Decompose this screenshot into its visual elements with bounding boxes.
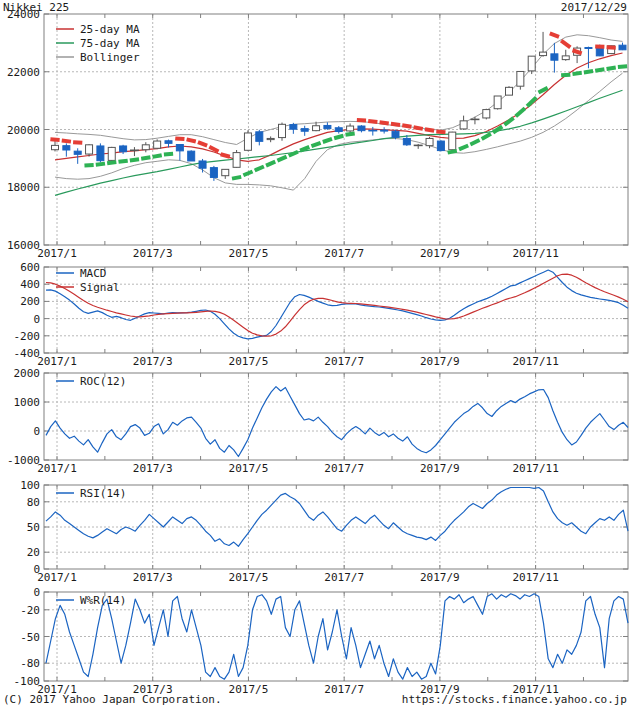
candle-body [619,45,626,50]
macd-panel: 6004002000-200-4002017/12017/32017/52017… [14,261,629,368]
x-tick-label: 2017/9 [420,247,460,260]
legend-label: MACD [80,267,107,280]
sar-dash-up [584,71,593,72]
x-tick-label: 2017/7 [324,355,364,368]
y-tick-label: 16000 [7,239,40,252]
candle-body [585,47,592,48]
sar-dash-up [153,155,162,157]
roc-12--line [46,387,628,457]
x-tick-label: 2017/5 [229,571,269,584]
legend-label: 25-day MA [80,23,140,36]
y-tick-label: 0 [33,313,40,326]
x-tick-label: 2017/1 [37,355,77,368]
sar-dash-down [198,142,207,146]
candle-body [381,130,388,131]
candle-body [154,141,161,148]
candle-body [74,151,81,154]
candle-body [596,48,603,56]
copyright-text: (C) 2017 Yahoo Japan Corporation. [3,694,222,706]
sar-dash-down [175,138,184,139]
candle-body [392,131,399,137]
sar-dash-up [504,118,513,125]
legend-label: RSI(14) [80,487,126,500]
candle-body [494,96,501,109]
legend-label: 75-day MA [80,37,140,50]
candle-body [52,145,59,149]
legend-label: W%R(14) [80,594,126,607]
y-tick-label: 100 [20,479,40,492]
sar-dash-up [459,145,468,149]
y-tick-label: -100 [14,675,41,688]
candle-body [222,169,229,175]
sar-dash-down [391,124,400,125]
sar-dash-up [573,73,582,74]
sar-dash-up [470,140,479,144]
legend-label: Signal [80,281,120,294]
y-tick-label: 200 [20,295,40,308]
chart-svg: 24000220002000018000160002017/12017/3201… [0,0,630,709]
x-tick-label: 2017/11 [512,247,558,260]
candle-body [199,161,206,168]
candle-body [449,132,456,150]
x-tick-label: 2017/9 [420,355,460,368]
candle-body [403,138,410,144]
candle-body [279,124,286,137]
sar-dash-down [187,139,196,141]
y-tick-label: 80 [27,496,40,509]
sar-dash-up [323,139,332,142]
sar-dash-down [561,41,570,48]
y-tick-label: 2000 [14,367,41,380]
roc-panel: 200010000-10002017/12017/32017/52017/720… [7,367,628,475]
sar-dash-up [164,154,173,155]
candle-body [267,138,274,139]
sar-dash-up [482,134,491,139]
price-panel: 24000220002000018000160002017/12017/3201… [7,8,628,260]
sar-dash-down [425,129,434,131]
legend-label: ROC(12) [80,375,126,388]
candle-body [244,133,251,150]
wpr-panel: 0-20-50-80-1002017/12017/32017/52017/720… [14,586,629,696]
sar-dash-up [289,152,298,156]
candle-body [108,147,115,160]
sar-dash-up [595,69,604,70]
candle-body [233,153,240,168]
sar-dash-up [346,134,355,135]
x-tick-label: 2017/5 [229,683,269,696]
candle-body [540,52,547,55]
y-tick-label: -20 [20,604,40,617]
candle-body [165,141,172,144]
y-tick-label: 0 [33,425,40,438]
y-tick-label: -400 [14,347,41,360]
sar-dash-down [436,131,445,132]
candle-body [97,146,104,161]
candle-body [551,54,558,60]
sar-dash-down [402,125,411,127]
x-tick-label: 2017/1 [37,247,77,260]
sar-dash-down [50,139,59,140]
sar-dash-up [561,75,570,76]
x-tick-label: 2017/1 [37,571,77,584]
candle-body [562,56,569,60]
candle-body [324,125,331,128]
x-tick-label: 2017/3 [133,571,173,584]
sar-dash-up [618,66,627,67]
x-tick-label: 2017/7 [324,571,364,584]
legend-label: Bollinger [80,51,140,64]
y-tick-label: 20000 [7,124,40,137]
sar-dash-up [141,157,150,159]
sar-dash-up [96,164,105,165]
sar-dash-up [232,177,241,179]
sar-dash-up [516,108,525,116]
candle-body [347,126,354,131]
y-tick-label: -200 [14,330,41,343]
candle-body [301,129,308,132]
x-tick-label: 2017/9 [420,462,460,475]
candle-body [358,126,365,131]
y-tick-label: 400 [20,278,40,291]
sar-dash-up [266,162,275,166]
candle-body [437,141,444,151]
y-tick-label: -1000 [7,454,40,467]
candle-body [517,71,524,86]
panel-border [44,373,628,460]
candle-body [483,110,490,118]
